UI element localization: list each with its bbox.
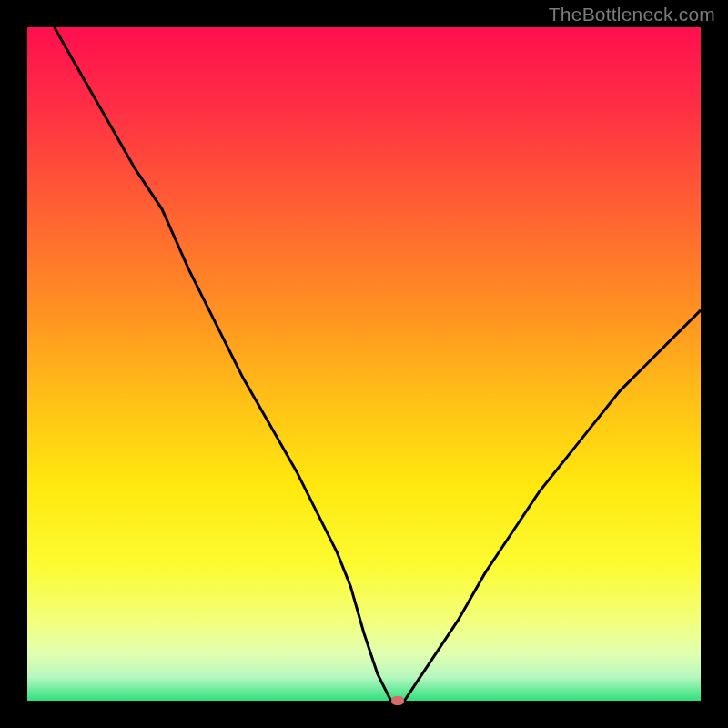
chart-frame: TheBottleneck.com bbox=[0, 0, 728, 728]
gradient-background bbox=[27, 27, 701, 701]
plot-area bbox=[27, 27, 701, 701]
watermark-text: TheBottleneck.com bbox=[549, 4, 715, 25]
bottleneck-plot bbox=[27, 27, 701, 701]
